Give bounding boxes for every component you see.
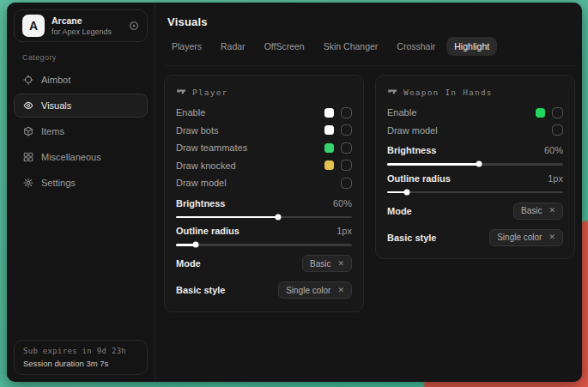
checkbox[interactable]: [341, 160, 352, 171]
slider-thumb[interactable]: [403, 189, 409, 195]
tab-radar[interactable]: Radar: [213, 37, 253, 56]
chip-label: Single color: [497, 233, 542, 242]
chip-row-mode: ModeBasic✕: [387, 201, 563, 221]
sidebar-item-label: Items: [41, 126, 64, 136]
chip-row-label: Basic style: [176, 285, 225, 295]
slider-track[interactable]: [176, 244, 352, 246]
app-name: Arcane: [52, 15, 112, 26]
sidebar-item-settings[interactable]: Settings: [14, 171, 148, 195]
app-titles: Arcane for Apex Legends: [52, 15, 112, 36]
toggle-row-enable: Enable: [387, 104, 563, 122]
app-window: A Arcane for Apex Legends Category Aimbo…: [7, 3, 582, 382]
toggle-label: Draw bots: [176, 125, 219, 136]
close-icon[interactable]: ✕: [549, 207, 555, 215]
subscription-box: Sub expires in 9d 23h Session duration 3…: [14, 340, 148, 375]
sidebar-item-label: Aimbot: [41, 75, 70, 85]
tab-offscreen[interactable]: OffScreen: [257, 37, 312, 56]
checkbox[interactable]: [341, 142, 352, 154]
toggle-label: Enable: [387, 107, 416, 118]
sidebar: A Arcane for Apex Legends Category Aimbo…: [7, 3, 155, 382]
sidebar-item-visuals[interactable]: Visuals: [14, 94, 148, 118]
crosshair-icon: [23, 75, 33, 85]
panel-title: Player: [192, 88, 228, 97]
chip-basic[interactable]: Basic✕: [302, 255, 352, 272]
close-icon[interactable]: ✕: [337, 287, 344, 294]
sidebar-item-label: Settings: [41, 178, 76, 188]
slider-labels: Outline radius1px: [387, 173, 563, 184]
tab-highlight[interactable]: Highlight: [446, 37, 497, 56]
slider-label: Brightness: [387, 145, 436, 155]
gun-icon: [387, 87, 397, 97]
color-swatch[interactable]: [536, 108, 545, 118]
box-icon: [23, 126, 33, 136]
color-swatch[interactable]: [324, 143, 334, 153]
chip-row-mode: ModeBasic✕: [176, 254, 352, 274]
main-header: Visuals PlayersRadarOffScreenSkin Change…: [164, 15, 575, 66]
toggle-label: Enable: [176, 107, 205, 118]
chip-label: Basic: [521, 206, 542, 215]
slider-outline-radius: Outline radius1px: [387, 173, 563, 194]
slider-labels: Outline radius1px: [176, 226, 352, 236]
slider-thumb[interactable]: [476, 161, 482, 167]
chip-single-color[interactable]: Single color✕: [278, 281, 352, 299]
sidebar-item-items[interactable]: Items: [14, 119, 148, 143]
panels: PlayerEnableDraw botsDraw teammatesDraw …: [164, 75, 575, 312]
toggle-controls: [324, 107, 352, 118]
app-logo: A: [22, 15, 45, 37]
color-swatch[interactable]: [324, 108, 334, 118]
tab-crosshair[interactable]: Crosshair: [389, 37, 443, 56]
panel-player: PlayerEnableDraw botsDraw teammatesDraw …: [164, 75, 364, 312]
toggle-controls: [324, 142, 352, 154]
slider-track[interactable]: [387, 191, 563, 194]
sidebar-header: A Arcane for Apex Legends: [14, 9, 148, 42]
checkbox[interactable]: [552, 124, 563, 136]
tab-bar: PlayersRadarOffScreenSkin ChangerCrossha…: [164, 37, 575, 56]
eye-icon: [23, 100, 33, 111]
chip-label: Single color: [286, 286, 330, 295]
color-swatch[interactable]: [324, 160, 334, 170]
sidebar-nav: AimbotVisualsItemsMiscellaneousSettings: [7, 68, 155, 195]
toggle-label: Draw knocked: [176, 160, 236, 171]
panel-header-weapon-in-hands: Weapon In Hands: [387, 87, 563, 97]
main-area: Visuals PlayersRadarOffScreenSkin Change…: [155, 3, 582, 382]
chip-single-color[interactable]: Single color✕: [489, 229, 563, 246]
toggle-row-enable: Enable: [176, 104, 352, 122]
tab-skin-changer[interactable]: Skin Changer: [316, 37, 386, 56]
close-icon[interactable]: ✕: [549, 233, 555, 241]
panel-header-player: Player: [176, 87, 352, 97]
toggle-row-draw-teammates: Draw teammates: [176, 139, 352, 157]
slider-value: 1px: [548, 173, 563, 184]
toggle-row-draw-model: Draw model: [387, 122, 563, 140]
sidebar-item-miscellaneous[interactable]: Miscellaneous: [14, 145, 148, 169]
slider-value: 60%: [333, 198, 352, 209]
slider-outline-radius: Outline radius1px: [176, 226, 352, 246]
checkbox[interactable]: [552, 107, 563, 118]
checkbox[interactable]: [341, 124, 352, 136]
slider-thumb[interactable]: [192, 242, 198, 248]
slider-label: Brightness: [176, 198, 225, 209]
slider-track[interactable]: [387, 163, 563, 166]
slider-track[interactable]: [176, 216, 352, 219]
color-swatch[interactable]: [324, 125, 334, 135]
chip-row-label: Mode: [387, 206, 412, 216]
slider-value: 60%: [544, 145, 563, 155]
panel-title: Weapon In Hands: [403, 88, 493, 97]
target-icon[interactable]: [129, 21, 139, 31]
toggle-controls: [552, 124, 563, 136]
checkbox[interactable]: [341, 107, 352, 118]
chip-basic[interactable]: Basic✕: [513, 203, 563, 220]
slider-labels: Brightness60%: [176, 198, 352, 209]
toggle-row-draw-bots: Draw bots: [176, 122, 352, 140]
slider-brightness: Brightness60%: [176, 198, 352, 219]
sidebar-item-aimbot[interactable]: Aimbot: [14, 68, 148, 92]
tab-players[interactable]: Players: [164, 37, 209, 56]
slider-brightness: Brightness60%: [387, 145, 563, 166]
close-icon[interactable]: ✕: [337, 260, 344, 268]
checkbox[interactable]: [341, 178, 352, 189]
slider-label: Outline radius: [176, 226, 239, 236]
sub-expiry-text: Sub expires in 9d 23h: [23, 347, 138, 355]
chip-row-basic-style: Basic styleSingle color✕: [176, 281, 352, 300]
chip-row-label: Mode: [176, 258, 201, 269]
gear-icon: [23, 178, 33, 188]
slider-thumb[interactable]: [275, 214, 281, 220]
